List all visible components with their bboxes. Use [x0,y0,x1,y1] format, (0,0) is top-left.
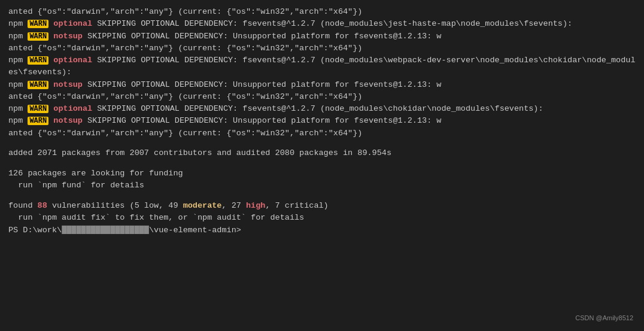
notsup-tag: notsup [53,32,83,41]
terminal-line [8,139,636,148]
moderate-tag: moderate [183,201,222,210]
terminal-line: added 2071 packages from 2007 contributo… [8,147,636,159]
vuln-count: 88 [38,201,47,210]
warn-badge: WARN [28,56,48,65]
high-tag: high [246,201,265,210]
terminal-line [8,160,636,168]
terminal-line: npm WARN optional SKIPPING OPTIONAL DEPE… [8,18,636,30]
terminal-line: npm WARN notsup SKIPPING OPTIONAL DEPEND… [8,79,636,91]
optional-tag: optional [53,19,92,28]
terminal-line: npm WARN optional SKIPPING OPTIONAL DEPE… [8,103,636,115]
terminal-line: 126 packages are looking for funding [8,168,636,180]
terminal-line: anted {"os":"darwin","arch":"any"} (curr… [8,6,636,18]
terminal-line: found 88 vulnerabilities (5 low, 49 mode… [8,200,636,212]
terminal-line: npm WARN notsup SKIPPING OPTIONAL DEPEND… [8,31,636,42]
redacted-path: ██████████████████ [62,226,149,235]
prompt-path: PS D:\work\ [8,226,62,235]
warn-badge: WARN [28,105,48,113]
terminal-line [8,192,636,201]
terminal-line: anted {"os":"darwin","arch":"any"} (curr… [8,91,636,103]
terminal: anted {"os":"darwin","arch":"any"} (curr… [8,6,636,325]
terminal-line: PS D:\work\██████████████████\vue-elemen… [8,224,636,236]
warn-badge: WARN [28,81,48,89]
optional-tag: optional [53,104,92,113]
notsup-tag: notsup [53,116,83,125]
terminal-line: anted {"os":"darwin","arch":"any"} (curr… [8,42,636,54]
terminal-line: npm WARN notsup SKIPPING OPTIONAL DEPEND… [8,115,636,127]
warn-badge: WARN [28,32,48,41]
terminal-line: run `npm fund` for details [8,180,636,192]
prompt-suffix: \vue-element-admin> [149,226,241,235]
terminal-line: npm WARN optional SKIPPING OPTIONAL DEPE… [8,54,636,79]
watermark: CSDN @Amily8512 [575,313,633,323]
optional-tag: optional [53,56,92,65]
terminal-line: run `npm audit fix` to fix them, or `npm… [8,212,636,224]
warn-badge: WARN [28,20,48,28]
warn-badge: WARN [28,117,48,125]
terminal-line: anted {"os":"darwin","arch":"any"} (curr… [8,127,636,139]
notsup-tag: notsup [53,80,83,89]
